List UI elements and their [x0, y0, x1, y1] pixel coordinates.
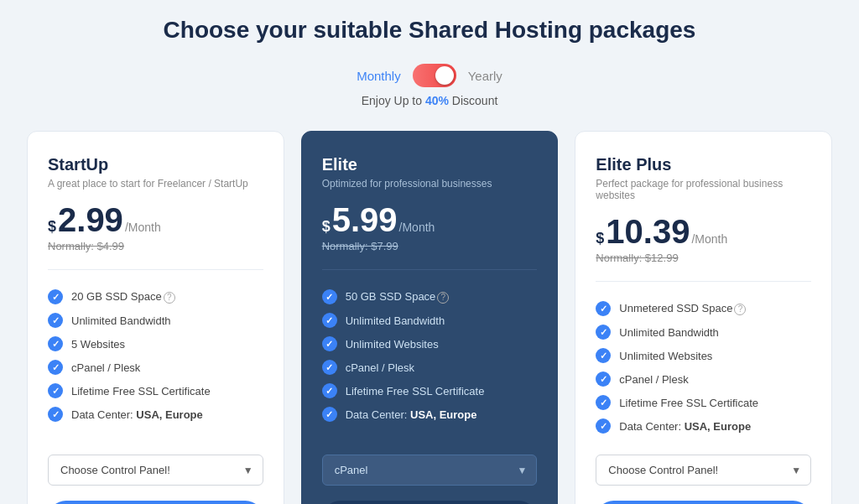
order-now-button[interactable]: Order Now →: [322, 501, 538, 504]
feature-text: Data Center: USA, Europe: [346, 408, 477, 421]
check-icon: [322, 407, 337, 422]
plan-description: A great place to start for Freelancer / …: [48, 178, 263, 190]
check-icon: [596, 348, 611, 363]
feature-item: Lifetime Free SSL Certificate: [596, 391, 811, 414]
divider: [48, 269, 263, 270]
control-panel-select[interactable]: Choose Control Panel! cPanelPlesk: [48, 455, 263, 486]
feature-text: Unlimited Websites: [346, 338, 439, 351]
feature-item: Lifetime Free SSL Certificate: [322, 379, 538, 403]
control-panel-select[interactable]: Choose Control Panel! cPanelPlesk: [596, 455, 811, 486]
check-icon: [48, 289, 63, 304]
plan-card-elite: Elite Optimized for professional busines…: [301, 131, 559, 504]
feature-item: cPanel / Plesk: [48, 356, 263, 379]
check-icon: [322, 313, 337, 328]
info-icon: ?: [437, 292, 449, 304]
monthly-label: Monthly: [357, 69, 401, 83]
feature-text: Data Center: USA, Europe: [71, 408, 203, 421]
plan-card-elite-plus: Elite Plus Perfect package for professio…: [575, 131, 832, 504]
plan-price: $ 2.99 /Month: [48, 203, 263, 236]
feature-item: Unlimited Bandwidth: [322, 309, 538, 332]
control-panel-select-wrapper: Choose Control Panel! cPanelPlesk ▼: [48, 455, 263, 486]
feature-text: cPanel / Plesk: [346, 361, 414, 374]
feature-item: Data Center: USA, Europe: [596, 414, 811, 438]
order-now-button[interactable]: Order Now →: [596, 501, 811, 504]
feature-item: 50 GB SSD Space?: [322, 285, 538, 309]
plan-name: Elite Plus: [596, 155, 811, 174]
feature-item: Lifetime Free SSL Certificate: [48, 379, 263, 403]
feature-item: Data Center: USA, Europe: [48, 403, 263, 426]
plan-name: StartUp: [48, 155, 263, 174]
features-list: Unmetered SSD Space? Unlimited Bandwidth…: [596, 297, 811, 438]
check-icon: [322, 383, 337, 398]
plan-description: Perfect package for professional busines…: [596, 178, 811, 201]
feature-item: Unlimited Bandwidth: [596, 320, 811, 344]
plan-price: $ 10.39 /Month: [596, 215, 811, 248]
feature-text: Lifetime Free SSL Certificate: [71, 385, 211, 397]
price-dollar: $: [48, 218, 56, 236]
feature-text: Lifetime Free SSL Certificate: [619, 397, 758, 409]
feature-item: Data Center: USA, Europe: [322, 403, 538, 426]
check-icon: [48, 407, 63, 422]
control-panel-select-wrapper: Choose Control Panel! cPanelPlesk ▼: [596, 455, 811, 486]
price-amount: 5.99: [332, 203, 398, 236]
check-icon: [596, 372, 611, 387]
plans-wrapper: StartUp A great place to start for Freel…: [27, 131, 832, 504]
feature-item: cPanel / Plesk: [322, 356, 538, 379]
feature-text: Lifetime Free SSL Certificate: [346, 385, 485, 397]
control-panel-select[interactable]: cPanel cPanelPlesk: [322, 455, 538, 486]
feature-text: Unlimited Bandwidth: [71, 314, 171, 327]
discount-text: Enjoy Up to 40% Discount: [27, 94, 832, 107]
plan-price: $ 5.99 /Month: [322, 203, 538, 236]
normal-price: Normally: $12.99: [596, 252, 811, 264]
price-dollar: $: [596, 230, 604, 247]
info-icon: ?: [734, 304, 746, 315]
check-icon: [322, 336, 337, 351]
feature-text: cPanel / Plesk: [71, 361, 140, 374]
control-panel-select-wrapper: cPanel cPanelPlesk ▼: [322, 455, 538, 486]
feature-text: Data Center: USA, Europe: [619, 420, 751, 433]
feature-item: Unmetered SSD Space?: [596, 297, 811, 320]
billing-toggle-switch[interactable]: [413, 64, 456, 87]
check-icon: [322, 289, 337, 304]
plan-name: Elite: [322, 155, 538, 174]
check-icon: [48, 336, 63, 351]
order-now-button[interactable]: Order Now →: [48, 501, 263, 504]
check-icon: [48, 360, 63, 375]
feature-text: Unlimited Bandwidth: [619, 326, 719, 339]
check-icon: [596, 395, 611, 410]
feature-item: Unlimited Websites: [596, 344, 811, 367]
check-icon: [322, 360, 337, 375]
divider: [596, 281, 811, 282]
feature-item: 20 GB SSD Space?: [48, 285, 263, 309]
main-container: Choose your suitable Shared Hosting pack…: [27, 17, 832, 504]
check-icon: [596, 325, 611, 340]
normal-price: Normally: $4.99: [48, 240, 263, 252]
feature-text: Unlimited Bandwidth: [346, 314, 445, 327]
feature-text: Unlimited Websites: [619, 350, 712, 362]
feature-text: 20 GB SSD Space?: [71, 290, 175, 304]
feature-text: Unmetered SSD Space?: [619, 302, 746, 315]
price-period: /Month: [691, 232, 727, 246]
price-period: /Month: [125, 221, 161, 234]
toggle-knob: [435, 66, 454, 85]
feature-text: cPanel / Plesk: [619, 373, 688, 386]
billing-toggle: Monthly Yearly: [27, 64, 832, 87]
check-icon: [596, 418, 611, 434]
feature-item: cPanel / Plesk: [596, 367, 811, 391]
divider: [322, 269, 538, 270]
plan-card-startup: StartUp A great place to start for Freel…: [27, 131, 284, 504]
feature-item: Unlimited Websites: [322, 332, 538, 356]
price-dollar: $: [322, 218, 331, 236]
feature-text: 50 GB SSD Space?: [346, 290, 450, 304]
info-icon: ?: [164, 292, 175, 304]
feature-item: Unlimited Bandwidth: [48, 309, 263, 332]
feature-item: 5 Websites: [48, 332, 263, 356]
price-period: /Month: [399, 221, 435, 234]
check-icon: [48, 383, 63, 398]
features-list: 20 GB SSD Space? Unlimited Bandwidth 5 W…: [48, 285, 263, 438]
check-icon: [48, 313, 63, 328]
plan-description: Optimized for professional businesses: [322, 178, 538, 190]
price-amount: 10.39: [606, 215, 690, 248]
normal-price: Normally: $7.99: [322, 240, 538, 252]
features-list: 50 GB SSD Space? Unlimited Bandwidth Unl…: [322, 285, 538, 438]
